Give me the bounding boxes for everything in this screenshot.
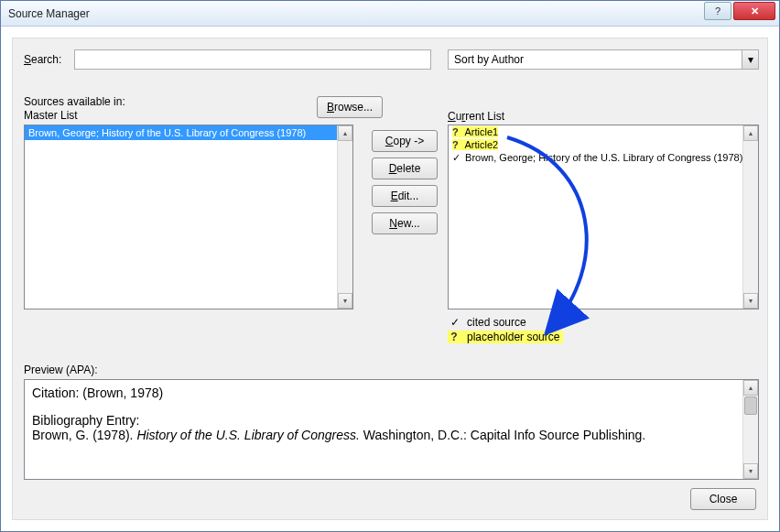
scroll-up-icon[interactable]: ▴ <box>338 125 352 141</box>
scroll-down-icon[interactable]: ▾ <box>743 463 758 479</box>
window-controls: ? ✕ <box>704 1 779 26</box>
scroll-down-icon[interactable]: ▾ <box>338 293 352 309</box>
scroll-thumb[interactable] <box>744 396 757 415</box>
search-input[interactable] <box>74 49 431 70</box>
scroll-up-icon[interactable]: ▴ <box>743 125 758 141</box>
source-manager-dialog: Source Manager ? ✕ Search: Sort by Autho… <box>0 0 780 532</box>
sources-available-label: Sources available in: <box>24 95 125 109</box>
titlebar: Source Manager ? ✕ <box>1 1 779 27</box>
copy-button[interactable]: Copy -> <box>372 130 438 152</box>
preview-box: Citation: (Brown, 1978) Bibliography Ent… <box>24 379 759 480</box>
list-item[interactable]: ? Article1 <box>449 125 758 138</box>
edit-button[interactable]: Edit... <box>372 185 438 207</box>
chevron-down-icon: ▾ <box>742 50 758 69</box>
search-label: Search: <box>24 53 74 66</box>
current-list[interactable]: ? Article1 ? Article2 ✓ Brown, George; H… <box>448 125 759 309</box>
browse-button-wrap: Browse... <box>317 96 383 118</box>
legend: ✓ cited source ? placeholder source <box>448 315 563 344</box>
close-button-wrap: Close <box>690 488 756 510</box>
list-item[interactable]: Brown, George; History of the U.S. Libra… <box>25 125 352 140</box>
list-item[interactable]: ? Article2 <box>449 138 758 151</box>
legend-placeholder: ? placeholder source <box>448 330 563 344</box>
close-button[interactable]: Close <box>690 488 756 510</box>
list-item[interactable]: ✓ Brown, George; History of the U.S. Lib… <box>449 151 758 165</box>
scroll-up-icon[interactable]: ▴ <box>743 380 758 396</box>
master-list-labels: Sources available in: Master List <box>24 95 125 123</box>
legend-cited: ✓ cited source <box>448 315 563 330</box>
browse-button[interactable]: Browse... <box>317 96 383 118</box>
close-window-button[interactable]: ✕ <box>733 2 775 20</box>
window-title: Source Manager <box>8 7 704 20</box>
delete-button[interactable]: Delete <box>372 157 438 179</box>
master-list-label: Master List <box>24 109 125 123</box>
scroll-down-icon[interactable]: ▾ <box>743 293 758 309</box>
preview-citation-line: Citation: (Brown, 1978) <box>32 385 751 400</box>
sort-selected: Sort by Author <box>454 53 524 66</box>
dialog-body: Search: Sort by Author ▾ Sources availab… <box>12 38 768 520</box>
scrollbar[interactable]: ▴ ▾ <box>742 125 758 309</box>
search-row: Search: <box>24 49 431 70</box>
transfer-buttons: Copy -> Delete Edit... New... <box>372 130 438 234</box>
master-list[interactable]: Brown, George; History of the U.S. Libra… <box>24 125 353 309</box>
new-button[interactable]: New... <box>372 212 438 234</box>
scrollbar[interactable]: ▴ ▾ <box>742 380 758 479</box>
scrollbar[interactable]: ▴ ▾ <box>337 125 352 309</box>
preview-label: Preview (APA): <box>24 364 97 376</box>
current-list-label: Current List <box>448 110 504 123</box>
help-button[interactable]: ? <box>704 2 731 20</box>
preview-bib-label: Bibliography Entry: <box>32 413 751 428</box>
sort-dropdown[interactable]: Sort by Author ▾ <box>448 49 759 70</box>
preview-bib-entry: Brown, G. (1978). History of the U.S. Li… <box>32 428 751 442</box>
